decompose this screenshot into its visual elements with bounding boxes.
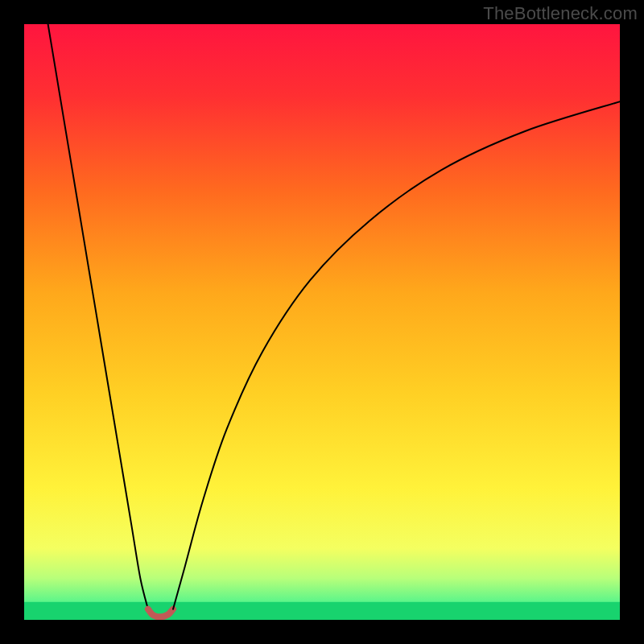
- chart-plot-area: [24, 24, 620, 620]
- chart-svg: [24, 24, 620, 620]
- outer-frame: TheBottleneck.com: [0, 0, 644, 644]
- watermark-text: TheBottleneck.com: [483, 3, 638, 24]
- bottom-green-band: [24, 602, 620, 620]
- gradient-background: [24, 24, 620, 620]
